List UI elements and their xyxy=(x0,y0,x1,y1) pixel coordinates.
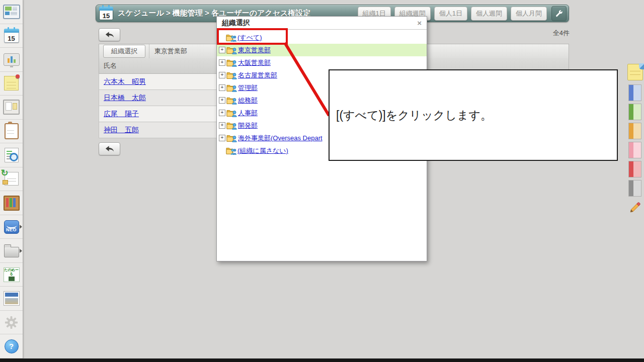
app-sidebar: 15 NEO たのめーる ? xyxy=(0,0,23,358)
submenu-arrow-icon xyxy=(20,249,22,253)
schedule-calendar-icon: 15 xyxy=(4,29,19,43)
member-folder-icon xyxy=(226,83,237,92)
member-folder-icon xyxy=(226,71,237,79)
toolbar-divider xyxy=(149,44,149,58)
org-link[interactable]: 管理部 xyxy=(238,83,258,93)
pencil-edit-icon[interactable] xyxy=(629,201,641,214)
org-link[interactable]: 名古屋営業部 xyxy=(238,71,277,80)
expand-plus-icon[interactable] xyxy=(219,84,225,91)
org-tree-row: 東京営業部 xyxy=(217,44,427,56)
view-button[interactable]: 個人月間 xyxy=(511,7,547,21)
sidebar-item-help[interactable]: ? xyxy=(0,334,23,358)
org-link[interactable]: 開発部 xyxy=(238,121,258,130)
sidebar-item-settings[interactable] xyxy=(0,311,23,335)
sidebar-item-schedule[interactable]: 15 xyxy=(0,24,23,48)
sidebar-item-tanomail[interactable]: たのめーる xyxy=(0,263,23,287)
application-window: 15 NEO たのめーる ? 15 ス xyxy=(0,0,644,362)
color-label-orange[interactable] xyxy=(628,123,641,139)
user-name-link[interactable]: 神田 五郎 xyxy=(104,126,139,135)
workflow-refresh-icon xyxy=(5,172,19,186)
expand-plus-icon[interactable] xyxy=(219,72,225,78)
settings-tool-button[interactable] xyxy=(551,6,567,21)
selected-org-label: 東京営業部 xyxy=(154,47,187,56)
expand-plus-icon[interactable] xyxy=(219,47,225,53)
facility-projector-icon xyxy=(4,53,20,66)
expand-plus-icon[interactable] xyxy=(219,97,225,104)
member-folder-icon xyxy=(226,121,237,130)
color-label-red[interactable] xyxy=(628,161,641,177)
org-link[interactable]: 大阪営業部 xyxy=(238,58,271,67)
shared-folder-icon xyxy=(4,247,19,257)
clipboard-icon xyxy=(5,123,19,139)
org-select-button[interactable]: 組織選択 xyxy=(103,45,145,58)
tanomail-logo-icon: たのめーる xyxy=(4,267,20,282)
sidebar-item-clipboard[interactable] xyxy=(0,120,23,144)
sidebar-item-survey[interactable] xyxy=(0,143,23,167)
org-link[interactable]: (組織に属さない) xyxy=(237,146,288,155)
memo-note-icon xyxy=(4,76,19,90)
user-name-link[interactable]: 六本木 昭男 xyxy=(104,77,146,86)
expand-plus-icon[interactable] xyxy=(219,110,225,116)
sidebar-item-folder[interactable] xyxy=(0,239,23,263)
member-folder-icon xyxy=(226,109,237,117)
survey-search-icon xyxy=(5,148,19,162)
sidebar-item-workflow[interactable] xyxy=(0,167,23,192)
member-folder-icon xyxy=(226,46,237,54)
dialog-title: 組織選択 xyxy=(222,19,250,28)
settings-gear-icon xyxy=(5,316,18,329)
color-label-pink[interactable] xyxy=(628,142,641,158)
sidebar-item-bulletin[interactable] xyxy=(0,96,23,120)
view-button[interactable]: 個人週間 xyxy=(471,7,507,21)
sidebar-item-neo[interactable]: NEO xyxy=(0,215,23,239)
expand-plus-icon[interactable] xyxy=(219,122,225,129)
help-icon: ? xyxy=(5,339,19,353)
member-folder-icon xyxy=(226,134,237,142)
org-link[interactable]: 人事部 xyxy=(238,109,258,118)
calendar-day: 15 xyxy=(8,35,15,42)
user-name-link[interactable]: 広尾 陽子 xyxy=(104,110,139,119)
org-tree-row: 大阪営業部 xyxy=(217,56,427,69)
back-arrow-icon xyxy=(105,145,114,153)
member-folder-icon xyxy=(226,96,237,105)
back-arrow-icon xyxy=(105,31,114,39)
portal-icon xyxy=(3,5,20,19)
wrench-icon xyxy=(554,9,564,18)
sidebar-item-memo[interactable] xyxy=(0,72,23,96)
ad-banner-icon xyxy=(4,291,20,306)
user-name-link[interactable]: 日本橋 太郎 xyxy=(104,94,146,103)
schedule-label-sidebar xyxy=(627,64,643,214)
record-count: 全4件 xyxy=(519,29,570,38)
schedule-app-icon: 15 xyxy=(99,7,113,20)
submenu-arrow-icon xyxy=(20,225,22,229)
annotation-highlight-box xyxy=(217,28,288,45)
color-label-gray[interactable] xyxy=(628,180,641,197)
taskbar-strip xyxy=(0,358,644,362)
back-button[interactable] xyxy=(99,142,120,155)
sidebar-item-facility[interactable] xyxy=(0,48,23,72)
sidebar-item-portal[interactable] xyxy=(0,0,23,24)
sidebar-item-banner[interactable] xyxy=(0,287,23,311)
sidebar-item-cabinet[interactable] xyxy=(0,191,23,215)
annotation-callout: [(すべて)]をクリックします。 xyxy=(329,69,618,161)
color-label-green[interactable] xyxy=(628,104,641,120)
member-folder-icon xyxy=(226,58,237,67)
view-button[interactable]: 個人1日 xyxy=(434,7,467,21)
back-button[interactable] xyxy=(99,28,120,41)
color-label-blue[interactable] xyxy=(628,84,641,101)
neo-logo-icon: NEO xyxy=(4,220,19,234)
expand-plus-icon[interactable] xyxy=(219,135,225,141)
expand-plus-icon[interactable] xyxy=(219,59,225,66)
bulletin-board-icon xyxy=(3,100,20,115)
group-folder-icon xyxy=(226,146,236,155)
color-labels xyxy=(628,84,641,197)
calendar-day: 15 xyxy=(103,12,110,20)
org-link[interactable]: 海外事業部(Overseas Depart xyxy=(238,134,323,143)
org-link[interactable]: 総務部 xyxy=(238,96,258,105)
cabinet-binders-icon xyxy=(4,196,20,211)
close-icon[interactable]: × xyxy=(417,19,422,27)
new-memo-icon[interactable] xyxy=(627,64,643,80)
org-link[interactable]: 東京営業部 xyxy=(238,46,271,55)
